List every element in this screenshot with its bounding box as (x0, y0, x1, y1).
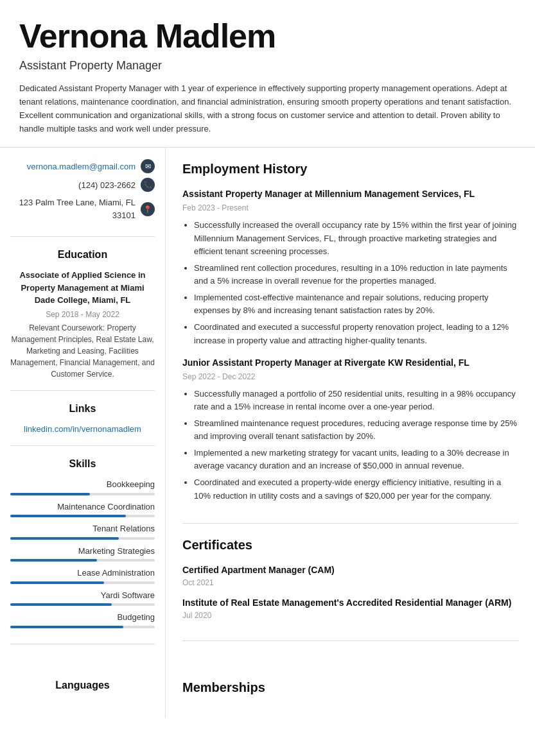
skill-bar-bg (10, 581, 155, 584)
job-title: Assistant Property Manager at Millennium… (182, 187, 518, 201)
skill-bar-bg (10, 515, 155, 517)
skill-bar-fill (10, 537, 119, 540)
skill-bar-bg (10, 493, 155, 495)
skill-label: Yardi Software (10, 589, 155, 602)
skill-item: Yardi Software (10, 589, 155, 606)
skills-section: Skills Bookkeeping Maintenance Coordinat… (10, 456, 155, 644)
memberships-title: Memberships (182, 678, 518, 700)
cert-title: Certified Apartment Manager (CAM) (182, 563, 518, 577)
skill-item: Marketing Strategies (10, 545, 155, 562)
bottom-row: Languages Memberships (0, 666, 535, 717)
languages-title: Languages (10, 678, 155, 693)
contact-section: vernona.madlem@gmail.com ✉ (124) 023-266… (10, 159, 155, 237)
cert-date: Oct 2021 (182, 577, 518, 588)
links-title: Links (10, 401, 155, 417)
skill-label: Bookkeeping (10, 478, 155, 491)
education-section: Education Associate of Applied Science i… (10, 247, 155, 391)
candidate-title: Assistant Property Manager (19, 57, 516, 74)
candidate-summary: Dedicated Assistant Property Manager wit… (19, 82, 516, 135)
skill-bar-fill (10, 559, 97, 562)
candidate-name: Vernona Madlem (19, 18, 516, 55)
languages-section: Languages (0, 666, 166, 717)
job-bullet: Successfully increased the overall occup… (194, 219, 518, 257)
cert-entry: Institute of Real Estate Management's Ac… (182, 596, 518, 621)
skill-label: Tenant Relations (10, 522, 155, 535)
skill-bar-bg (10, 603, 155, 606)
contact-phone: (124) 023-2662 📞 (10, 178, 155, 192)
job-bullets: Successfully managed a portfolio of 250 … (182, 388, 518, 503)
skill-label: Lease Administration (10, 567, 155, 580)
cert-date: Jul 2020 (182, 610, 518, 621)
main-content: vernona.madlem@gmail.com ✉ (124) 023-266… (0, 148, 535, 666)
education-date: Sep 2018 - May 2022 (10, 309, 155, 320)
address-text: 123 Palm Tree Lane, Miami, FL 33101 (10, 196, 136, 221)
job-bullet: Streamlined rent collection procedures, … (194, 262, 518, 288)
phone-icon: 📞 (141, 178, 155, 192)
job-entry: Assistant Property Manager at Millennium… (182, 187, 518, 347)
cert-entry: Certified Apartment Manager (CAM) Oct 20… (182, 563, 518, 588)
certificates-title: Certificates (182, 535, 518, 557)
sidebar: vernona.madlem@gmail.com ✉ (124) 023-266… (0, 148, 166, 666)
phone-text: (124) 023-2662 (78, 179, 136, 192)
job-bullet: Streamlined maintenance request procedur… (194, 417, 518, 443)
skills-list: Bookkeeping Maintenance Coordination Ten… (10, 478, 155, 628)
job-bullet: Coordinated and executed a property-wide… (194, 476, 518, 502)
job-date: Sep 2022 - Dec 2022 (182, 371, 518, 382)
education-coursework: Relevant Coursework: Property Management… (10, 322, 155, 380)
skill-bar-fill (10, 515, 126, 517)
skill-item: Lease Administration (10, 567, 155, 584)
resume-header: Vernona Madlem Assistant Property Manage… (0, 0, 535, 148)
job-date: Feb 2023 - Present (182, 202, 518, 214)
right-panel: Employment History Assistant Property Ma… (166, 148, 535, 666)
jobs-list: Assistant Property Manager at Millennium… (182, 187, 518, 502)
skill-item: Budgeting (10, 611, 155, 628)
skill-bar-fill (10, 581, 104, 584)
skills-title: Skills (10, 456, 155, 472)
certificates-section: Certificates Certified Apartment Manager… (182, 535, 518, 641)
skill-label: Budgeting (10, 611, 155, 624)
employment-title: Employment History (182, 159, 518, 181)
email-link[interactable]: vernona.madlem@gmail.com (27, 162, 136, 171)
email-icon: ✉ (141, 159, 155, 173)
education-entry: Associate of Applied Science in Property… (10, 269, 155, 380)
memberships-section: Memberships (166, 666, 535, 717)
skill-item: Tenant Relations (10, 522, 155, 540)
links-section: Links linkedin.com/in/vernonamadlem (10, 401, 155, 447)
cert-title: Institute of Real Estate Management's Ac… (182, 596, 518, 610)
skill-item: Bookkeeping (10, 478, 155, 495)
location-icon: 📍 (141, 202, 155, 216)
skill-bar-bg (10, 626, 155, 628)
job-title: Junior Assistant Property Manager at Riv… (182, 356, 518, 370)
skill-bar-bg (10, 537, 155, 540)
skill-bar-bg (10, 559, 155, 562)
skill-label: Maintenance Coordination (10, 501, 155, 513)
skill-bar-fill (10, 493, 90, 495)
education-title: Education (10, 247, 155, 262)
linkedin-link[interactable]: linkedin.com/in/vernonamadlem (10, 423, 155, 436)
job-bullet: Implemented a new marketing strategy for… (194, 447, 518, 472)
job-bullets: Successfully increased the overall occup… (182, 219, 518, 347)
skill-item: Maintenance Coordination (10, 501, 155, 518)
certificates-list: Certified Apartment Manager (CAM) Oct 20… (182, 563, 518, 621)
employment-section: Employment History Assistant Property Ma… (182, 159, 518, 523)
job-bullet: Successfully managed a portfolio of 250 … (194, 388, 518, 413)
contact-email: vernona.madlem@gmail.com ✉ (10, 159, 155, 173)
skill-bar-fill (10, 603, 112, 606)
job-bullet: Implemented cost-effective maintenance a… (194, 291, 518, 317)
job-bullet: Coordinated and executed a successful pr… (194, 321, 518, 347)
contact-address: 123 Palm Tree Lane, Miami, FL 33101 📍 (10, 196, 155, 221)
skill-bar-fill (10, 626, 123, 628)
skill-label: Marketing Strategies (10, 545, 155, 558)
education-degree: Associate of Applied Science in Property… (10, 269, 155, 307)
job-entry: Junior Assistant Property Manager at Riv… (182, 356, 518, 503)
